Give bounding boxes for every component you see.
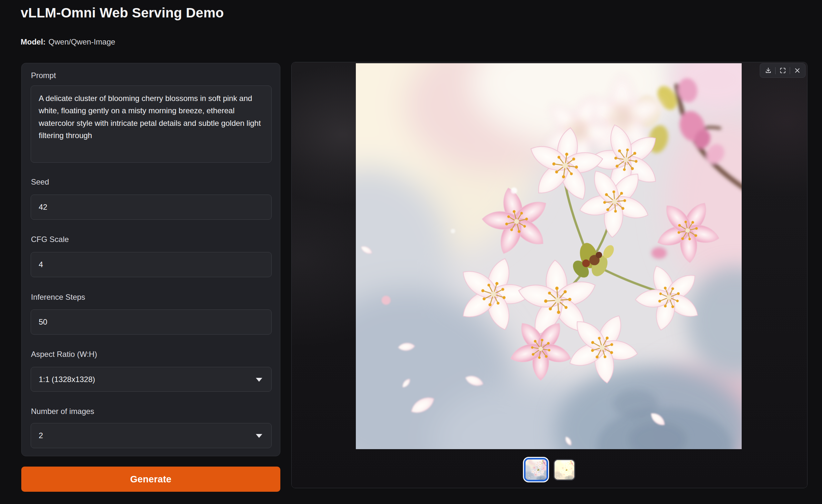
chevron-down-icon [256, 434, 262, 438]
model-line: Model:Qwen/Qwen-Image [21, 37, 115, 46]
num-images-label: Number of images [31, 407, 94, 416]
app: vLLM-Omni Web Serving Demo Model:Qwen/Qw… [0, 0, 822, 504]
aspect-ratio-value: 1:1 (1328x1328) [39, 375, 95, 384]
seed-input[interactable] [31, 194, 272, 220]
gallery-thumbnail-2[interactable] [553, 459, 575, 480]
seed-label: Seed [31, 177, 49, 186]
image-toolbar [760, 63, 806, 78]
model-value: Qwen/Qwen-Image [48, 37, 115, 46]
aspect-ratio-select[interactable]: 1:1 (1328x1328) [31, 367, 272, 392]
download-button[interactable] [761, 64, 775, 77]
generate-button[interactable]: Generate [21, 467, 280, 492]
page-title: vLLM-Omni Web Serving Demo [21, 5, 224, 21]
image-viewer-panel [291, 62, 807, 488]
generated-image[interactable] [356, 63, 742, 449]
fullscreen-button[interactable] [776, 64, 790, 77]
close-button[interactable] [790, 64, 804, 77]
num-images-select[interactable]: 2 [31, 423, 272, 448]
cfg-scale-input[interactable] [31, 252, 272, 277]
gallery-thumbnail-1[interactable] [524, 458, 548, 481]
prompt-label: Prompt [31, 71, 56, 80]
chevron-down-icon [256, 378, 262, 382]
fullscreen-icon [779, 67, 787, 74]
download-icon [765, 67, 772, 74]
close-icon [794, 67, 801, 74]
prompt-input[interactable]: A delicate cluster of blooming cherry bl… [31, 85, 272, 163]
settings-panel: Prompt A delicate cluster of blooming ch… [21, 63, 280, 456]
cfg-scale-label: CFG Scale [31, 235, 69, 244]
model-label: Model: [21, 37, 45, 46]
inference-steps-input[interactable] [31, 310, 272, 335]
aspect-ratio-label: Aspect Ratio (W:H) [31, 350, 97, 359]
num-images-value: 2 [39, 431, 43, 440]
inference-steps-label: Inference Steps [31, 293, 85, 302]
thumbnail-gallery [292, 458, 807, 484]
